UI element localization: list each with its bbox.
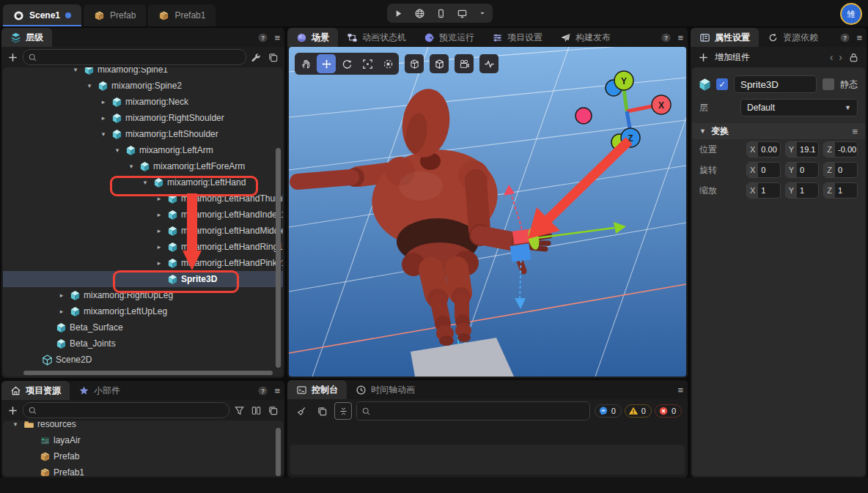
orientation-free-ball[interactable] xyxy=(575,108,592,124)
add-asset-button[interactable] xyxy=(7,405,18,416)
tree-expand-arrow[interactable]: ▸ xyxy=(154,211,164,218)
hierarchy-search-input[interactable] xyxy=(40,52,241,62)
tree-item-mixamorig:Neck[interactable]: ▸mixamorig:Neck xyxy=(3,94,283,110)
scene-tab[interactable]: 项目设置 xyxy=(483,28,551,47)
help-icon[interactable]: ? xyxy=(257,385,268,396)
tree-item-mixamorig:LeftForeArm[interactable]: ▾mixamorig:LeftForeArm xyxy=(3,158,283,174)
run-desktop-button[interactable] xyxy=(457,8,468,19)
console-warn-badge[interactable]: 0 xyxy=(625,404,652,418)
tree-item-mixamorig:Spine1[interactable]: ▾mixamorig:Spine1 xyxy=(3,67,283,78)
tree-expand-arrow[interactable]: ▸ xyxy=(154,195,164,202)
add-node-button[interactable] xyxy=(7,52,18,63)
help-icon[interactable]: ? xyxy=(257,32,268,43)
assets-tab[interactable]: 项目资源 xyxy=(1,381,70,400)
hierarchy-settings-button[interactable] xyxy=(251,52,262,63)
tree-item-mixamorig:Spine2[interactable]: ▾mixamorig:Spine2 xyxy=(3,78,283,94)
tree-item-mixamorig:LeftHandMiddle1[interactable]: ▸mixamorig:LeftHandMiddle1 xyxy=(3,223,283,239)
panel-menu-icon[interactable]: ≡ xyxy=(677,32,683,43)
hierarchy-vertical-scrollbar[interactable] xyxy=(276,148,281,368)
inspector-tab[interactable]: 资源依赖 xyxy=(759,28,827,47)
pivot-toggle-button[interactable] xyxy=(405,54,424,73)
panel-menu-icon[interactable]: ≡ xyxy=(856,32,862,43)
play-button[interactable] xyxy=(393,8,404,19)
assets-layout-button[interactable] xyxy=(251,405,262,416)
tree-expand-arrow[interactable]: ▾ xyxy=(112,147,122,154)
hierarchy-search[interactable] xyxy=(23,49,246,65)
lock-button[interactable] xyxy=(848,52,859,63)
add-component-button[interactable]: 增加组件 xyxy=(715,51,750,64)
panel-menu-icon[interactable]: ≡ xyxy=(274,32,280,43)
tree-expand-arrow[interactable]: ▾ xyxy=(126,163,136,170)
tab-hierarchy[interactable]: 层级 xyxy=(1,28,52,47)
tree-item-layaAir[interactable]: layaAir xyxy=(3,432,283,448)
static-checkbox[interactable] xyxy=(823,78,834,90)
tree-expand-arrow[interactable]: ▸ xyxy=(56,308,67,315)
panel-menu-icon[interactable]: ≡ xyxy=(677,385,683,396)
tree-item-Prefab[interactable]: Prefab xyxy=(3,448,283,464)
user-avatar[interactable]: 雏 xyxy=(840,3,862,25)
console-tab[interactable]: 时间轴动画 xyxy=(347,380,424,399)
layer-dropdown[interactable]: Default ▼ xyxy=(740,99,858,116)
scene-tab[interactable]: 动画状态机 xyxy=(338,28,415,47)
位置-Y-field[interactable]: Y19.1 xyxy=(785,141,820,157)
旋转-X-field[interactable]: X0 xyxy=(746,162,781,178)
console-search[interactable] xyxy=(356,401,590,420)
pan-tool[interactable] xyxy=(296,54,315,73)
scene-tab[interactable]: 预览运行 xyxy=(415,28,483,47)
assets-vertical-scrollbar[interactable] xyxy=(276,428,281,476)
scene-viewport[interactable]: Y X Z xyxy=(289,47,686,377)
tree-item-resources[interactable]: ▾resources xyxy=(3,420,283,432)
缩放-Y-field[interactable]: Y1 xyxy=(785,182,820,199)
shading-toggle-button[interactable] xyxy=(430,54,449,73)
rect-tool[interactable] xyxy=(378,54,397,73)
tree-expand-arrow[interactable]: ▾ xyxy=(70,67,81,73)
tree-item-mixamorig:RightUpLeg[interactable]: ▸mixamorig:RightUpLeg xyxy=(3,287,283,303)
位置-Z-field[interactable]: Z-0.00 xyxy=(823,141,858,157)
tree-item-mixamorig:LeftHand[interactable]: ▾mixamorig:LeftHand xyxy=(3,174,283,190)
console-search-input[interactable] xyxy=(374,406,585,416)
scale-tool[interactable] xyxy=(358,54,377,73)
tree-item-Sprite3D[interactable]: Sprite3D xyxy=(3,271,283,287)
hierarchy-collapse-button[interactable] xyxy=(268,52,279,63)
tree-item-Beta_Joints[interactable]: Beta_Joints xyxy=(3,336,283,352)
help-icon[interactable]: ? xyxy=(839,32,850,43)
scene-tab[interactable]: 场景 xyxy=(287,28,338,47)
tree-item-Scene2D[interactable]: Scene2D xyxy=(3,352,283,368)
tree-expand-arrow[interactable]: ▸ xyxy=(154,243,164,251)
scene-tab[interactable]: 构建发布 xyxy=(551,28,619,47)
assets-filter-button[interactable] xyxy=(234,405,245,416)
tree-expand-arrow[interactable]: ▾ xyxy=(10,420,21,428)
run-mobile-button[interactable] xyxy=(435,8,446,19)
tree-expand-arrow[interactable]: ▸ xyxy=(98,98,108,105)
document-tab-prefab1[interactable]: Prefab1 xyxy=(148,4,216,26)
rotate-tool[interactable] xyxy=(337,54,356,73)
nav-back-button[interactable]: ‹ xyxy=(830,51,834,63)
tree-item-mixamorig:LeftHandPinky1[interactable]: ▸mixamorig:LeftHandPinky1 xyxy=(3,255,283,271)
assets-search[interactable] xyxy=(23,402,229,418)
tree-item-Prefab1[interactable]: Prefab1 xyxy=(3,464,283,476)
tree-item-mixamorig:LeftHandRing1[interactable]: ▸mixamorig:LeftHandRing1 xyxy=(3,239,283,255)
tree-expand-arrow[interactable]: ▾ xyxy=(98,130,108,138)
tree-item-mixamorig:LeftArm[interactable]: ▾mixamorig:LeftArm xyxy=(3,142,283,158)
tree-item-mixamorig:RightShoulder[interactable]: ▸mixamorig:RightShoulder xyxy=(3,110,283,126)
move-tool[interactable] xyxy=(317,54,336,73)
旋转-Y-field[interactable]: Y0 xyxy=(785,162,820,178)
transform-menu-icon[interactable]: ≡ xyxy=(852,126,858,137)
document-tab-prefab[interactable]: Prefab xyxy=(84,4,146,26)
transform-section-header[interactable]: ▼ 变换 ≡ xyxy=(692,123,865,139)
tree-item-Beta_Surface[interactable]: Beta_Surface xyxy=(3,319,283,336)
缩放-Z-field[interactable]: Z1 xyxy=(823,182,858,199)
位置-X-field[interactable]: X0.00 xyxy=(746,141,781,157)
help-icon[interactable]: ? xyxy=(661,32,672,43)
camera-preview-button[interactable] xyxy=(455,54,474,73)
console-info-badge[interactable]: 0 xyxy=(595,404,622,418)
nav-forward-button[interactable]: › xyxy=(839,51,842,63)
run-browser-button[interactable] xyxy=(414,8,425,19)
assets-search-input[interactable] xyxy=(40,405,224,415)
node-name-input[interactable] xyxy=(734,75,817,93)
console-err-badge[interactable]: 0 xyxy=(655,404,682,418)
tree-expand-arrow[interactable]: ▸ xyxy=(154,227,164,234)
console-log-area[interactable] xyxy=(290,445,685,475)
tree-item-mixamorig:LeftUpLeg[interactable]: ▸mixamorig:LeftUpLeg xyxy=(3,303,283,319)
tree-expand-arrow[interactable]: ▸ xyxy=(56,292,67,299)
